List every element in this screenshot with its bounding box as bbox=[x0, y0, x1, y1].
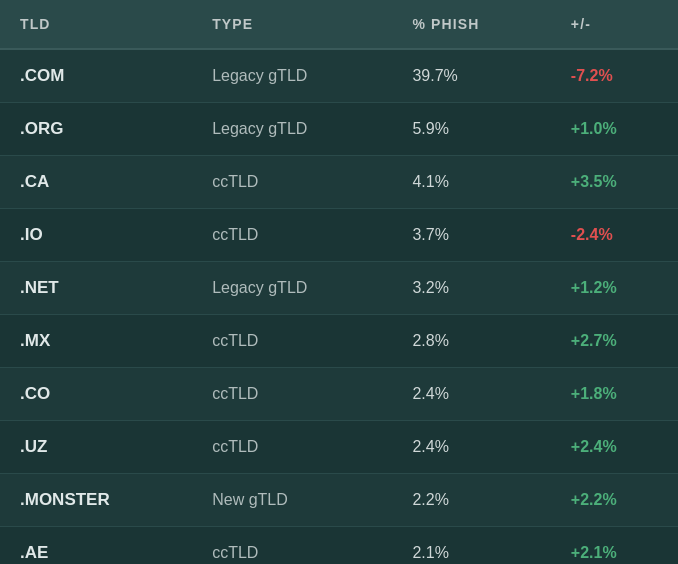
cell-type: ccTLD bbox=[192, 368, 392, 421]
cell-tld: .AE bbox=[0, 527, 192, 565]
cell-tld: .IO bbox=[0, 209, 192, 262]
cell-phish: 3.7% bbox=[392, 209, 550, 262]
table-row: .MXccTLD2.8%+2.7% bbox=[0, 315, 678, 368]
cell-change: +1.2% bbox=[551, 262, 678, 315]
cell-change: +1.0% bbox=[551, 103, 678, 156]
cell-type: ccTLD bbox=[192, 527, 392, 565]
cell-change: +1.8% bbox=[551, 368, 678, 421]
cell-tld: .ORG bbox=[0, 103, 192, 156]
table-row: .COccTLD2.4%+1.8% bbox=[0, 368, 678, 421]
cell-change: +2.2% bbox=[551, 474, 678, 527]
cell-type: Legacy gTLD bbox=[192, 262, 392, 315]
table-row: .COMLegacy gTLD39.7%-7.2% bbox=[0, 49, 678, 103]
cell-change: +2.1% bbox=[551, 527, 678, 565]
header-type: TYPE bbox=[192, 0, 392, 49]
cell-phish: 3.2% bbox=[392, 262, 550, 315]
table-row: .IOccTLD3.7%-2.4% bbox=[0, 209, 678, 262]
cell-phish: 2.4% bbox=[392, 421, 550, 474]
table-row: .ORGLegacy gTLD5.9%+1.0% bbox=[0, 103, 678, 156]
phishing-table: TLD TYPE % PHISH +/- .COMLegacy gTLD39.7… bbox=[0, 0, 678, 564]
cell-type: ccTLD bbox=[192, 156, 392, 209]
cell-phish: 2.4% bbox=[392, 368, 550, 421]
table-row: .CAccTLD4.1%+3.5% bbox=[0, 156, 678, 209]
cell-phish: 39.7% bbox=[392, 49, 550, 103]
cell-tld: .MX bbox=[0, 315, 192, 368]
table-header-row: TLD TYPE % PHISH +/- bbox=[0, 0, 678, 49]
cell-type: Legacy gTLD bbox=[192, 49, 392, 103]
cell-type: ccTLD bbox=[192, 421, 392, 474]
table-row: .NETLegacy gTLD3.2%+1.2% bbox=[0, 262, 678, 315]
cell-type: New gTLD bbox=[192, 474, 392, 527]
cell-tld: .CO bbox=[0, 368, 192, 421]
cell-change: +2.4% bbox=[551, 421, 678, 474]
cell-tld: .COM bbox=[0, 49, 192, 103]
cell-type: ccTLD bbox=[192, 315, 392, 368]
cell-change: +3.5% bbox=[551, 156, 678, 209]
table-row: .UZccTLD2.4%+2.4% bbox=[0, 421, 678, 474]
header-change: +/- bbox=[551, 0, 678, 49]
cell-change: +2.7% bbox=[551, 315, 678, 368]
cell-type: ccTLD bbox=[192, 209, 392, 262]
header-phish: % PHISH bbox=[392, 0, 550, 49]
table-row: .AEccTLD2.1%+2.1% bbox=[0, 527, 678, 565]
table-row: .MONSTERNew gTLD2.2%+2.2% bbox=[0, 474, 678, 527]
cell-tld: .UZ bbox=[0, 421, 192, 474]
cell-phish: 4.1% bbox=[392, 156, 550, 209]
cell-change: -7.2% bbox=[551, 49, 678, 103]
cell-type: Legacy gTLD bbox=[192, 103, 392, 156]
cell-tld: .NET bbox=[0, 262, 192, 315]
cell-tld: .MONSTER bbox=[0, 474, 192, 527]
cell-tld: .CA bbox=[0, 156, 192, 209]
cell-change: -2.4% bbox=[551, 209, 678, 262]
cell-phish: 2.8% bbox=[392, 315, 550, 368]
cell-phish: 5.9% bbox=[392, 103, 550, 156]
cell-phish: 2.2% bbox=[392, 474, 550, 527]
cell-phish: 2.1% bbox=[392, 527, 550, 565]
header-tld: TLD bbox=[0, 0, 192, 49]
